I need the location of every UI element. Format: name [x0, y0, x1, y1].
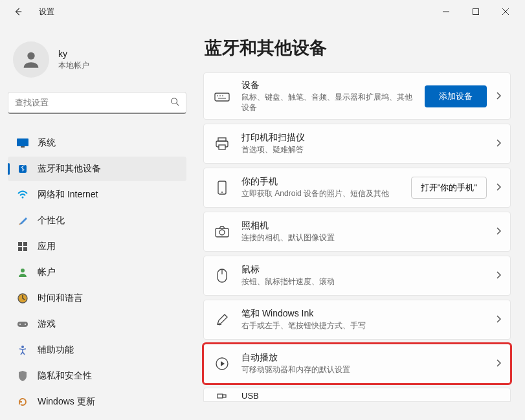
sidebar: ky 本地帐户 系统 蓝牙和其他设备 — [0, 23, 194, 420]
card-title: 打印机和扫描仪 — [241, 132, 486, 144]
page-title: 蓝牙和其他设备 — [205, 36, 511, 60]
clock-globe-icon — [17, 293, 28, 304]
nav-bluetooth[interactable]: 蓝牙和其他设备 — [8, 157, 186, 181]
mouse-icon — [213, 267, 231, 285]
chevron-right-icon — [496, 226, 501, 238]
nav-gaming[interactable]: 游戏 — [8, 312, 186, 337]
user-profile[interactable]: ky 本地帐户 — [8, 31, 186, 89]
avatar — [13, 41, 49, 78]
card-usb[interactable]: USB — [203, 388, 511, 402]
card-phone[interactable]: 你的手机 立即获取 Android 设备的照片、短信及其他 打开"你的手机" — [203, 168, 511, 208]
usb-icon — [213, 387, 231, 405]
nav-label: 蓝牙和其他设备 — [38, 163, 101, 175]
arrow-left-icon — [14, 7, 23, 16]
maximize-button[interactable] — [465, 3, 486, 21]
card-subtitle: 可移动驱动器和内存的默认设置 — [241, 365, 486, 375]
open-phone-button[interactable]: 打开"你的手机" — [411, 177, 487, 199]
nav-label: 辅助功能 — [38, 344, 74, 356]
card-subtitle: 右手或左手、笔按钮快捷方式、手写 — [241, 321, 486, 331]
main-content: 蓝牙和其他设备 设备 鼠标、键盘、触笔、音频、显示器和扩展坞、其他设备 添加设备 — [194, 23, 525, 420]
card-devices[interactable]: 设备 鼠标、键盘、触笔、音频、显示器和扩展坞、其他设备 添加设备 — [203, 72, 511, 120]
svg-rect-12 — [23, 242, 27, 246]
svg-line-6 — [177, 103, 179, 105]
nav-label: Windows 更新 — [38, 396, 95, 408]
user-account-type: 本地帐户 — [58, 60, 89, 71]
svg-rect-14 — [23, 247, 27, 251]
nav-system[interactable]: 系统 — [8, 131, 186, 155]
card-title: 设备 — [241, 80, 414, 91]
window-title: 设置 — [39, 6, 54, 17]
nav-label: 网络和 Internet — [38, 189, 98, 201]
svg-rect-21 — [215, 93, 229, 101]
accessibility-icon — [17, 344, 28, 356]
card-printers[interactable]: 打印机和扫描仪 首选项、疑难解答 — [203, 124, 511, 164]
search-box[interactable] — [8, 92, 186, 114]
nav-label: 时间和语言 — [38, 293, 83, 304]
svg-point-18 — [19, 324, 21, 325]
sidebar-nav: 系统 蓝牙和其他设备 网络和 Internet 个性化 应用 — [8, 131, 186, 414]
nav-label: 系统 — [38, 137, 56, 149]
chevron-right-icon — [496, 270, 501, 282]
nav-accessibility[interactable]: 辅助功能 — [8, 338, 186, 362]
search-icon — [170, 97, 179, 109]
nav-label: 隐私和安全性 — [38, 370, 92, 382]
card-title: USB — [241, 391, 259, 401]
card-autoplay[interactable]: 自动播放 可移动驱动器和内存的默认设置 — [203, 344, 511, 384]
nav-privacy[interactable]: 隐私和安全性 — [8, 364, 186, 388]
chevron-right-icon — [496, 138, 501, 149]
svg-point-15 — [21, 269, 25, 272]
svg-rect-28 — [219, 145, 225, 149]
nav-label: 游戏 — [38, 318, 56, 330]
phone-icon — [213, 179, 231, 197]
nav-windows-update[interactable]: Windows 更新 — [8, 390, 186, 414]
nav-accounts[interactable]: 帐户 — [8, 260, 186, 285]
chevron-right-icon — [496, 91, 501, 102]
card-subtitle: 按钮、鼠标指针速度、滚动 — [241, 277, 486, 287]
svg-rect-7 — [17, 138, 28, 146]
nav-label: 帐户 — [38, 267, 56, 278]
nav-apps[interactable]: 应用 — [8, 234, 186, 259]
svg-rect-11 — [18, 242, 22, 246]
camera-icon — [213, 223, 231, 241]
shield-icon — [17, 370, 28, 382]
minimize-icon — [442, 8, 450, 16]
nav-personalization[interactable]: 个性化 — [8, 208, 186, 233]
account-icon — [17, 267, 28, 278]
search-input[interactable] — [15, 98, 170, 107]
chevron-right-icon — [496, 314, 501, 326]
nav-label: 应用 — [38, 241, 56, 252]
paintbrush-icon — [17, 215, 28, 227]
chevron-right-icon — [496, 182, 501, 193]
svg-point-4 — [27, 52, 34, 60]
close-icon — [502, 8, 509, 16]
card-title: 照相机 — [241, 220, 486, 232]
card-title: 鼠标 — [241, 264, 486, 276]
bluetooth-icon — [17, 163, 28, 175]
close-button[interactable] — [495, 3, 516, 21]
svg-point-19 — [25, 324, 26, 325]
card-camera[interactable]: 照相机 连接的相机、默认图像设置 — [203, 212, 511, 252]
card-pen[interactable]: 笔和 Windows Ink 右手或左手、笔按钮快捷方式、手写 — [203, 300, 511, 340]
card-subtitle: 立即获取 Android 设备的照片、短信及其他 — [241, 189, 401, 199]
nav-network[interactable]: 网络和 Internet — [8, 182, 186, 207]
maximize-icon — [472, 8, 480, 16]
svg-rect-36 — [218, 394, 223, 398]
back-button[interactable] — [9, 3, 27, 21]
printer-icon — [213, 135, 231, 153]
svg-rect-13 — [18, 247, 22, 251]
svg-rect-37 — [223, 395, 226, 397]
update-icon — [17, 396, 28, 408]
monitor-icon — [17, 137, 28, 149]
titlebar: 设置 — [0, 0, 525, 23]
keyboard-icon — [213, 87, 231, 105]
svg-rect-1 — [473, 9, 479, 15]
autoplay-icon — [213, 355, 231, 373]
add-device-button[interactable]: 添加设备 — [425, 85, 487, 107]
gamepad-icon — [17, 318, 28, 330]
svg-rect-8 — [21, 146, 25, 148]
card-mouse[interactable]: 鼠标 按钮、鼠标指针速度、滚动 — [203, 256, 511, 296]
nav-time-language[interactable]: 时间和语言 — [8, 286, 186, 311]
minimize-button[interactable] — [436, 3, 456, 21]
wifi-icon — [17, 189, 28, 201]
svg-rect-26 — [218, 138, 226, 141]
